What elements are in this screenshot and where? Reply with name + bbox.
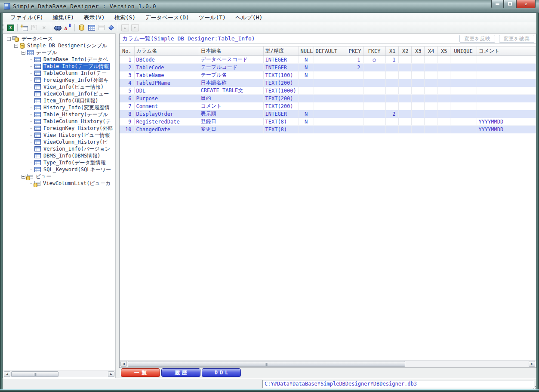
table-cell[interactable]: YYYYMMDD	[477, 118, 536, 126]
scroll-right-arrow[interactable]: ▶	[529, 361, 535, 367]
table-cell[interactable]: DDL	[134, 87, 199, 95]
table-cell[interactable]	[450, 56, 477, 64]
table-cell[interactable]: RegisteredDate	[134, 118, 199, 126]
table-cell[interactable]: 2	[385, 110, 398, 118]
table-cell[interactable]: 7	[120, 102, 134, 110]
maximize-button[interactable]	[504, 0, 516, 8]
column-header-2[interactable]: 日本語名	[199, 46, 263, 56]
close-button[interactable]: ✕	[516, 0, 536, 8]
table-cell[interactable]	[450, 71, 477, 79]
table-cell[interactable]	[411, 56, 424, 64]
table-cell[interactable]: 9	[120, 118, 134, 126]
table-cell[interactable]	[437, 64, 450, 71]
column-header-4[interactable]: NULL	[299, 46, 314, 56]
tree-item-history-info[interactable]: History_Info(変更履歴情	[3, 104, 115, 111]
table-cell[interactable]: TableCode	[134, 64, 199, 71]
table-cell[interactable]	[398, 95, 411, 102]
tree-item-viewcolumn-history[interactable]: ViewColumn_History(ビ	[3, 139, 115, 145]
table-cell[interactable]	[385, 71, 398, 79]
tree-expander[interactable]	[7, 37, 11, 41]
table-cell[interactable]	[424, 126, 437, 133]
tree-item-version-info[interactable]: Version_Info(バージョン	[3, 145, 115, 152]
menu-item-0[interactable]: ファイル(F)	[6, 13, 48, 22]
tree-item-database-info[interactable]: DataBase_Info(データベ	[3, 56, 115, 63]
tree-item-views-folder[interactable]: ビュー	[3, 173, 115, 180]
table-cell[interactable]	[411, 87, 424, 95]
column-header-6[interactable]: PKEY	[347, 46, 363, 56]
table-cell[interactable]: TEXT(8)	[263, 126, 299, 133]
table-cell[interactable]	[411, 110, 424, 118]
column-header-0[interactable]: No.	[120, 46, 134, 56]
table-cell[interactable]	[411, 79, 424, 87]
table-cell[interactable]	[411, 102, 424, 110]
table-cell[interactable]	[424, 79, 437, 87]
table-cell[interactable]	[314, 110, 347, 118]
table-cell[interactable]	[424, 87, 437, 95]
table-cell[interactable]: ○	[363, 56, 385, 64]
scrollbar-thumb[interactable]	[11, 371, 59, 377]
table-cell[interactable]	[424, 64, 437, 71]
table-cell[interactable]	[314, 118, 347, 126]
scrollbar-thumb[interactable]	[128, 361, 405, 367]
table-cell[interactable]	[347, 102, 363, 110]
tree-expander[interactable]	[22, 175, 25, 179]
column-header-3[interactable]: 型/精度	[263, 46, 299, 56]
table-cell[interactable]	[347, 95, 363, 102]
table-cell[interactable]	[398, 87, 411, 95]
tree-item-viewcolumn-info[interactable]: ViewColumn_Info(ビュー	[3, 90, 115, 97]
table-cell[interactable]	[314, 102, 347, 110]
table-cell[interactable]	[314, 95, 347, 102]
table-cell[interactable]: テーブル名	[199, 71, 263, 79]
table-cell[interactable]	[363, 110, 385, 118]
table-cell[interactable]: 10	[120, 126, 134, 133]
table-row[interactable]: 2TableCodeテーブルコードINTEGERN2	[120, 64, 536, 71]
table-cell[interactable]	[477, 102, 536, 110]
table-cell[interactable]	[450, 87, 477, 95]
tree-item-viewcolumnlist[interactable]: ViewColumnList(ビューカ	[3, 180, 115, 187]
table-cell[interactable]	[477, 79, 536, 87]
table-cell[interactable]	[450, 79, 477, 87]
table-cell[interactable]	[437, 87, 450, 95]
table-cell[interactable]	[450, 95, 477, 102]
table-cell[interactable]	[437, 56, 450, 64]
table-cell[interactable]	[477, 71, 536, 79]
table-cell[interactable]	[385, 64, 398, 71]
table-cell[interactable]: INTEGER	[263, 64, 299, 71]
column-header-1[interactable]: カラム名	[134, 46, 199, 56]
table-cell[interactable]	[363, 126, 385, 133]
table-cell[interactable]: TEXT(100)	[263, 71, 299, 79]
tree-item-tablecolumn-info[interactable]: TableColumn_Info(テー	[3, 70, 115, 77]
table-cell[interactable]	[347, 79, 363, 87]
table-cell[interactable]	[314, 126, 347, 133]
table-row[interactable]: 7CommentコメントTEXT(200)	[120, 102, 536, 110]
menu-item-4[interactable]: データベース(D)	[140, 13, 194, 22]
column-header-11[interactable]: X4	[424, 46, 437, 56]
table-cell[interactable]: コメント	[199, 102, 263, 110]
table-cell[interactable]: 1	[385, 56, 398, 64]
database-button[interactable]	[77, 23, 86, 32]
tree-item-foreignkey-info[interactable]: ForeignKey_Info(外部キ	[3, 77, 115, 83]
table-cell[interactable]	[411, 126, 424, 133]
table-cell[interactable]	[385, 79, 398, 87]
menu-item-5[interactable]: ツール(T)	[194, 13, 231, 22]
table-cell[interactable]	[437, 79, 450, 87]
table-cell[interactable]	[347, 110, 363, 118]
column-header-7[interactable]: FKEY	[363, 46, 385, 56]
table-cell[interactable]	[450, 110, 477, 118]
menu-item-6[interactable]: ヘルプ(H)	[231, 13, 267, 22]
tree-expander[interactable]	[22, 51, 25, 55]
table-cell[interactable]: TableJPName	[134, 79, 199, 87]
table-cell[interactable]	[385, 102, 398, 110]
table-cell[interactable]: 2	[347, 64, 363, 71]
table-cell[interactable]	[363, 79, 385, 87]
tree-item-sql-keyword[interactable]: SQL_Keyword(SQLキーワー	[3, 166, 115, 173]
table-cell[interactable]	[299, 79, 314, 87]
table-cell[interactable]	[398, 64, 411, 71]
table-row[interactable]: 1DBCodeデータベースコードINTEGERN1○1	[120, 56, 536, 64]
table-cell[interactable]	[411, 95, 424, 102]
tab-ddl[interactable]: DDL	[202, 368, 241, 377]
table-cell[interactable]	[347, 118, 363, 126]
table-cell[interactable]	[314, 79, 347, 87]
tab-list[interactable]: 一覧	[121, 368, 160, 377]
scroll-right-arrow[interactable]: ▶	[108, 371, 114, 377]
